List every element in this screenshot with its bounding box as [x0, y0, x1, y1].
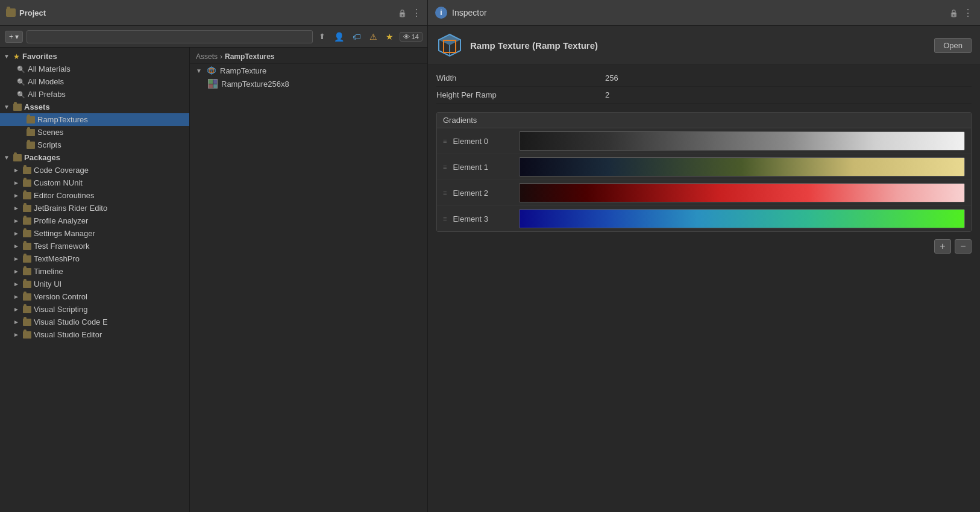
timeline-arrow: [13, 268, 20, 275]
element-1-label: Element 1: [453, 163, 513, 172]
settings-manager-item[interactable]: Settings Manager: [0, 227, 189, 240]
assets-arrow: [4, 104, 11, 110]
gradient-element-3: ≡ Element 3: [437, 206, 971, 231]
ramp-textures-label: RampTextures: [37, 115, 88, 124]
visual-scripting-label: Visual Scripting: [34, 305, 87, 314]
gradient-element-1: ≡ Element 1: [437, 154, 971, 180]
gradient-bar-0[interactable]: [519, 131, 965, 151]
all-models-label: All Models: [28, 77, 64, 86]
favorites-star: [13, 52, 20, 61]
editor-coroutines-item[interactable]: Editor Coroutines: [0, 189, 189, 202]
open-button[interactable]: Open: [934, 38, 972, 53]
profile-analyzer-arrow: [13, 217, 20, 224]
unity-ui-item[interactable]: Unity UI: [0, 278, 189, 290]
drag-handle-1[interactable]: ≡: [443, 163, 447, 170]
code-coverage-item[interactable]: Code Coverage: [0, 164, 189, 176]
width-label: Width: [436, 73, 605, 83]
custom-nunit-item[interactable]: Custom NUnit: [0, 176, 189, 189]
width-field-row: Width 256: [436, 70, 972, 87]
jetbrains-item[interactable]: JetBrains Rider Edito: [0, 202, 189, 214]
inspector-lock-icon[interactable]: [949, 8, 958, 17]
drag-handle-3[interactable]: ≡: [443, 215, 447, 222]
unity-ui-label: Unity UI: [34, 279, 61, 289]
add-gradient-button[interactable]: +: [934, 239, 951, 254]
inspector-more-icon[interactable]: [963, 7, 973, 19]
vs-editor-item[interactable]: Visual Studio Editor: [0, 328, 189, 341]
packages-label: Packages: [24, 153, 60, 162]
ramp-texture-name: RampTexture: [220, 66, 266, 75]
settings-manager-arrow: [13, 230, 20, 237]
settings-manager-folder: [23, 230, 31, 237]
warning-icon[interactable]: ⚠: [367, 31, 380, 43]
ramp-texture-256-file[interactable]: RampTexture256x8: [190, 77, 427, 90]
test-framework-arrow: [13, 243, 20, 249]
person-icon[interactable]: 👤: [331, 31, 347, 43]
settings-manager-label: Settings Manager: [34, 229, 95, 238]
visual-scripting-arrow: [13, 306, 20, 313]
gradients-header: Gradients: [437, 113, 971, 128]
favorites-group[interactable]: Favorites: [0, 50, 189, 63]
height-per-ramp-value[interactable]: 2: [605, 90, 972, 99]
badge-count: 14: [412, 33, 419, 40]
tag-icon[interactable]: 🏷: [350, 31, 363, 43]
gradient-bar-1[interactable]: [519, 157, 965, 176]
vscode-arrow: [13, 319, 20, 325]
vscode-folder: [23, 319, 31, 326]
vs-editor-arrow: [13, 331, 20, 338]
tree-sidebar: Favorites All Materials All Models All P…: [0, 48, 190, 512]
editor-coroutines-folder: [23, 192, 31, 199]
project-title: Project: [19, 8, 46, 17]
inspector-controls: [949, 7, 973, 19]
inspector-fields: Width 256 Height Per Ramp 2: [428, 65, 980, 108]
search-input[interactable]: [27, 30, 312, 43]
gradient-bar-2[interactable]: [519, 183, 965, 202]
vs-editor-folder: [23, 331, 31, 339]
textmeshpro-item[interactable]: TextMeshPro: [0, 252, 189, 265]
scenes-label: Scenes: [37, 128, 63, 137]
scripts-item[interactable]: Scripts: [0, 139, 189, 151]
all-materials-item[interactable]: All Materials: [0, 63, 189, 75]
project-more-icon[interactable]: [412, 7, 421, 19]
test-framework-item[interactable]: Test Framework: [0, 240, 189, 252]
textmeshpro-label: TextMeshPro: [34, 254, 80, 263]
ramp-textures-item[interactable]: RampTextures: [0, 113, 189, 126]
breadcrumb-child: RampTextures: [225, 52, 274, 61]
import-icon[interactable]: ⬆: [316, 31, 328, 42]
all-prefabs-item[interactable]: All Prefabs: [0, 88, 189, 101]
scripts-label: Scripts: [37, 140, 61, 149]
version-control-folder: [23, 293, 31, 301]
visual-scripting-item[interactable]: Visual Scripting: [0, 303, 189, 316]
packages-folder-icon: [13, 154, 22, 161]
remove-gradient-button[interactable]: −: [955, 239, 972, 254]
drag-handle-2[interactable]: ≡: [443, 189, 447, 196]
code-coverage-label: Code Coverage: [34, 166, 89, 175]
file-list: Assets › RampTextures ▼ RampTextur: [190, 48, 427, 512]
add-button[interactable]: + ▾: [5, 31, 23, 43]
profile-analyzer-item[interactable]: Profile Analyzer: [0, 214, 189, 227]
drag-handle-0[interactable]: ≡: [443, 137, 447, 145]
gradient-element-0: ≡ Element 0: [437, 128, 971, 154]
scenes-folder: [27, 129, 35, 136]
inspector-header: i Inspector: [428, 0, 980, 26]
project-lock-icon[interactable]: [398, 8, 407, 17]
vscode-item[interactable]: Visual Studio Code E: [0, 316, 189, 328]
favorites-label: Favorites: [22, 52, 57, 61]
asset-header: Ramp Texture (Ramp Texture) Open: [428, 26, 980, 65]
star-icon[interactable]: ★: [383, 31, 396, 43]
jetbrains-folder: [23, 205, 31, 212]
element-0-label: Element 0: [453, 137, 513, 146]
version-control-item[interactable]: Version Control: [0, 290, 189, 303]
element-3-label: Element 3: [453, 214, 513, 223]
ramp-texture-arrow: ▼: [196, 67, 203, 74]
assets-group[interactable]: Assets: [0, 101, 189, 113]
scenes-item[interactable]: Scenes: [0, 126, 189, 139]
ramp-texture-file[interactable]: ▼ RampTexture: [190, 64, 427, 77]
gradient-bar-3[interactable]: [519, 209, 965, 228]
test-framework-folder: [23, 243, 31, 250]
asset-name: Ramp Texture (Ramp Texture): [470, 40, 598, 51]
packages-group[interactable]: Packages: [0, 151, 189, 164]
all-models-item[interactable]: All Models: [0, 75, 189, 88]
width-value[interactable]: 256: [605, 73, 972, 83]
timeline-item[interactable]: Timeline: [0, 265, 189, 278]
jetbrains-label: JetBrains Rider Edito: [34, 204, 107, 213]
